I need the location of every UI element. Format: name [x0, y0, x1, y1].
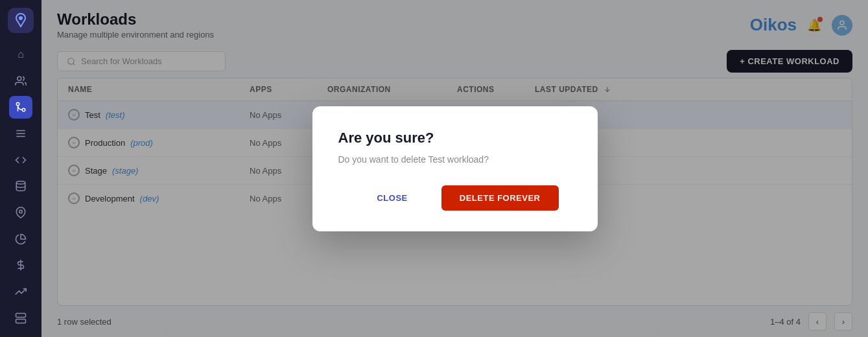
delete-forever-button[interactable]: DELETE FOREVER: [441, 185, 559, 211]
svg-point-1: [18, 76, 21, 80]
dialog-body: Do you want to delete Test workload?: [338, 154, 572, 165]
svg-point-2: [22, 108, 25, 111]
branch-icon[interactable]: [9, 96, 32, 119]
app-logo[interactable]: [8, 8, 34, 33]
database-icon[interactable]: [9, 175, 32, 198]
svg-point-8: [19, 210, 23, 213]
chart-icon[interactable]: [9, 227, 32, 250]
layers-icon[interactable]: [9, 122, 32, 145]
main-content: Workloads Manage multiple environment an…: [41, 0, 868, 337]
dialog-title: Are you sure?: [338, 130, 572, 146]
dollar-icon[interactable]: [9, 254, 32, 277]
dialog-actions: CLOSE DELETE FOREVER: [338, 185, 572, 211]
svg-rect-11: [16, 319, 26, 323]
code-icon[interactable]: [9, 148, 32, 171]
confirm-dialog: Are you sure? Do you want to delete Test…: [312, 106, 598, 231]
close-button[interactable]: CLOSE: [351, 185, 433, 211]
server-icon[interactable]: [9, 307, 32, 329]
svg-point-3: [16, 102, 19, 106]
svg-rect-10: [16, 313, 26, 317]
home-icon[interactable]: ⌂: [9, 43, 32, 66]
svg-point-0: [19, 16, 23, 20]
sidebar: ⌂: [0, 0, 41, 337]
svg-point-7: [16, 181, 25, 185]
users-icon[interactable]: [9, 69, 32, 92]
modal-overlay: Are you sure? Do you want to delete Test…: [41, 0, 868, 337]
location-icon[interactable]: [9, 202, 32, 224]
analytics-icon[interactable]: [9, 281, 32, 303]
